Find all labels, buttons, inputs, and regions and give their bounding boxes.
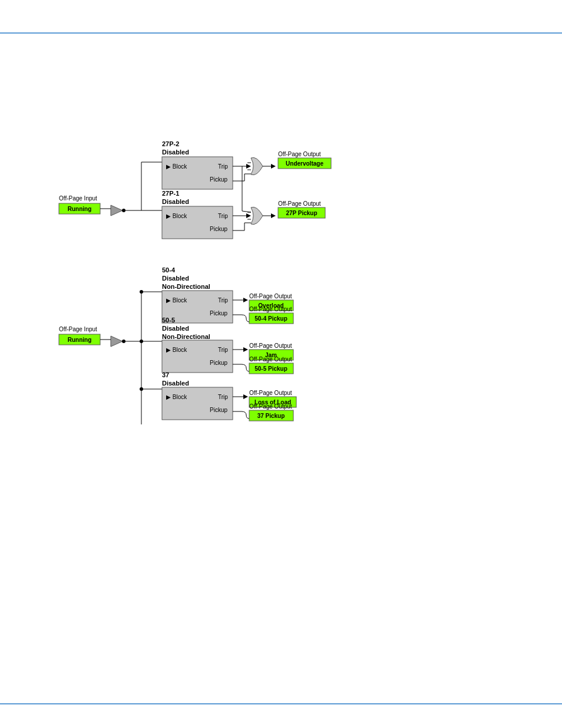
svg-text:Off-Page Output: Off-Page Output [278,200,321,207]
svg-text:Off-Page Input: Off-Page Input [59,195,97,202]
svg-text:Running: Running [68,206,92,212]
svg-line-44 [242,211,251,212]
svg-marker-17 [246,164,251,169]
svg-text:Off-Page Output: Off-Page Output [249,293,292,299]
svg-text:Off-Page Output: Off-Page Output [249,390,292,396]
svg-text:50-4: 50-4 [162,266,176,274]
svg-text:Off-Page Output: Off-Page Output [249,356,292,363]
svg-text:Disabled: Disabled [162,149,189,156]
svg-text:▶ Block: ▶ Block [166,213,187,219]
svg-text:▶ Block: ▶ Block [166,297,187,304]
svg-text:37: 37 [162,371,169,378]
svg-text:37 Pickup: 37 Pickup [257,413,285,419]
svg-text:27P-2: 27P-2 [162,140,179,147]
svg-text:Off-Page Output: Off-Page Output [249,342,292,349]
svg-point-107 [140,340,143,343]
svg-rect-78 [162,340,233,373]
top-border [0,32,562,34]
svg-text:Trip: Trip [218,297,228,304]
svg-rect-93 [162,387,233,420]
svg-text:27P Pickup: 27P Pickup [286,210,317,216]
svg-marker-24 [271,164,276,169]
svg-rect-12 [162,157,233,189]
svg-text:Trip: Trip [218,213,228,219]
svg-text:Disabled: Disabled [162,325,189,332]
svg-text:Off-Page Output: Off-Page Output [249,403,292,410]
svg-text:Undervoltage: Undervoltage [286,160,323,167]
svg-text:Disabled: Disabled [162,380,189,387]
svg-text:Off-Page Output: Off-Page Output [249,306,292,312]
svg-rect-30 [162,206,233,239]
svg-text:Off-Page Output: Off-Page Output [278,151,321,157]
svg-text:▶ Block: ▶ Block [166,163,187,170]
svg-text:Running: Running [68,337,92,343]
svg-text:Trip: Trip [218,163,228,170]
svg-text:Pickup: Pickup [210,360,227,366]
svg-marker-98 [243,394,248,399]
svg-marker-42 [271,213,276,218]
svg-text:Trip: Trip [218,347,228,353]
svg-text:▶ Block: ▶ Block [166,347,187,353]
svg-text:Pickup: Pickup [210,407,227,413]
svg-text:50-5: 50-5 [162,317,175,324]
svg-text:▶ Block: ▶ Block [166,394,187,400]
svg-text:Disabled: Disabled [162,198,189,205]
svg-point-106 [140,290,143,294]
svg-marker-67 [243,298,248,302]
svg-text:50-4 Pickup: 50-4 Pickup [254,315,287,322]
bottom-border [0,703,562,704]
svg-marker-35 [246,213,251,218]
svg-text:Non-Directional: Non-Directional [162,283,210,290]
svg-text:50-5 Pickup: 50-5 Pickup [254,365,287,372]
svg-marker-51 [111,336,123,347]
svg-marker-83 [243,347,248,352]
svg-text:27P-1: 27P-1 [162,190,179,197]
svg-marker-3 [111,205,123,216]
diagram-svg: Off-Page Input Running 27P-2 Disabled ▶ … [24,59,530,519]
svg-text:Off-Page Input: Off-Page Input [59,326,97,332]
svg-point-108 [140,387,143,391]
svg-text:Disabled: Disabled [162,275,189,282]
svg-text:Pickup: Pickup [210,226,227,232]
svg-text:Pickup: Pickup [210,310,227,317]
svg-text:Non-Directional: Non-Directional [162,333,210,340]
svg-text:Pickup: Pickup [210,176,227,183]
svg-text:Trip: Trip [218,394,228,400]
